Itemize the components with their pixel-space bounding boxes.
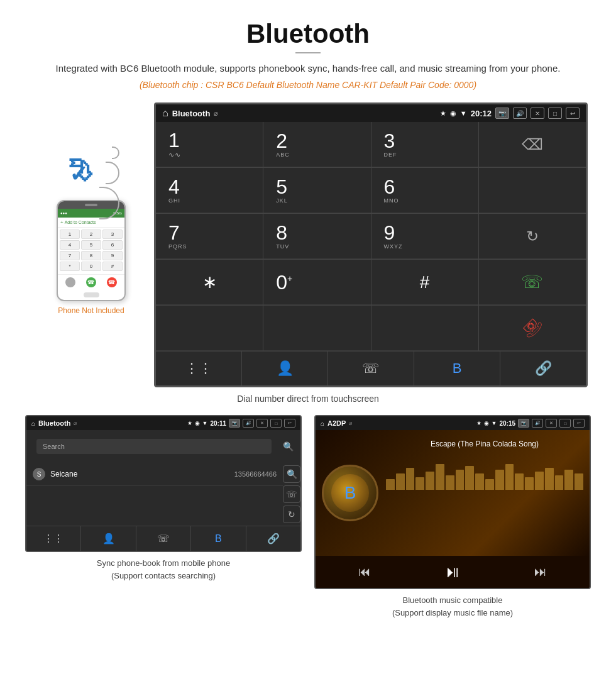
key-5[interactable]: 5 JKL (263, 168, 370, 213)
action-bluetooth-btn[interactable]: B (414, 351, 500, 385)
music-cam-btn[interactable]: 📷 (518, 419, 529, 428)
key-4[interactable]: 4 GHI (156, 168, 263, 213)
window-icon-btn[interactable]: □ (548, 108, 562, 119)
pb-home-icon[interactable]: ⌂ (31, 420, 35, 427)
pb-close-btn[interactable]: ✕ (256, 419, 268, 428)
contact-number: 13566664466 (234, 470, 277, 478)
phone-illustration-area: ✓ ⮷ ●●● MSG + Add to Contacts (28, 102, 154, 315)
home-icon[interactable]: ⌂ (162, 108, 168, 119)
phonebook-search-row: Search 🔍 (26, 430, 300, 463)
back-icon-btn[interactable]: ↩ (566, 108, 580, 119)
status-bar-right: ★ ◉ ▼ 20:12 📷 🔊 ✕ □ ↩ (440, 108, 580, 119)
music-screen-title: A2DP (327, 419, 346, 427)
phone-btn-end: ☎ (107, 277, 117, 287)
phone-dialpad-mini: 1 2 3 4 5 6 7 8 9 * 0 # (58, 228, 124, 274)
pb-win-btn[interactable]: □ (270, 419, 282, 428)
music-close-btn[interactable]: ✕ (546, 419, 557, 428)
screen-title: Bluetooth (172, 109, 211, 118)
pb-search-action[interactable]: 🔍 (283, 465, 300, 483)
key-7[interactable]: 7 PQRS (156, 214, 263, 259)
key-star[interactable]: ∗ (156, 260, 263, 305)
contact-letter-s: S (33, 468, 45, 480)
status-bar-left: ⌂ Bluetooth ⌀ (162, 108, 218, 119)
pb-action-bt[interactable]: B (191, 526, 246, 551)
contact-name: Seicane (50, 470, 234, 479)
dialpad-action-bar: ⋮⋮ 👤 ☏ B 🔗 (156, 351, 586, 385)
music-loc-icon: ◉ (484, 420, 489, 426)
music-prev-btn[interactable]: ⏮ (358, 565, 371, 579)
music-bt-icon: ★ (476, 420, 481, 426)
music-vol-btn[interactable]: 🔊 (532, 419, 543, 428)
key-call-green[interactable]: ☏ (479, 260, 586, 305)
music-controls: ⏮ ⏯ ⏭ (316, 556, 590, 588)
pb-action-link[interactable]: 🔗 (246, 526, 300, 551)
signal-icon: ▼ (460, 109, 467, 117)
phone-bottom-bar: ☎ ☎ (58, 274, 124, 290)
close-icon-btn[interactable]: ✕ (531, 108, 544, 119)
usb-icon: ⌀ (214, 109, 218, 118)
page-title: Bluetooth (0, 0, 616, 52)
dialpad-android-screen: ⌂ Bluetooth ⌀ ★ ◉ ▼ 20:12 📷 🔊 ✕ □ ↩ 1 ∿∿ (154, 102, 588, 387)
pb-vol-btn[interactable]: 🔊 (243, 419, 254, 428)
key-2[interactable]: 2 ABC (263, 122, 370, 167)
phonebook-spacer (26, 486, 283, 517)
action-phone-btn[interactable]: ☏ (328, 351, 414, 385)
key-9[interactable]: 9 WXYZ (371, 214, 478, 259)
key-6[interactable]: 6 MNO (371, 168, 478, 213)
volume-icon-btn[interactable]: 🔊 (513, 108, 527, 119)
signal-arcs (90, 147, 119, 222)
phonebook-search-icon[interactable]: 🔍 (280, 439, 295, 454)
music-android-screen: ⌂ A2DP ⌀ ★ ◉ ▼ 20:15 📷 🔊 ✕ □ ↩ (314, 415, 591, 589)
action-contacts-btn[interactable]: 👤 (242, 351, 328, 385)
title-divider (295, 52, 321, 53)
phonebook-caption: Sync phone-book from mobile phone (Suppo… (97, 557, 230, 582)
key-8[interactable]: 8 TUV (263, 214, 370, 259)
music-time: 20:15 (499, 420, 515, 427)
music-home-icon[interactable]: ⌂ (321, 420, 324, 427)
key-empty-r5c (371, 306, 478, 351)
bottom-screenshots-area: ⌂ Bluetooth ⌀ ★ ◉ ▼ 20:11 📷 🔊 ✕ □ ↩ Sear… (0, 415, 616, 619)
music-song-title: Escape (The Pina Colada Song) (386, 440, 583, 448)
key-3[interactable]: 3 DEF (371, 122, 478, 167)
contact-row-seicane[interactable]: S Seicane 13566664466 (26, 463, 283, 486)
music-win-btn[interactable]: □ (559, 419, 571, 428)
phonebook-list: S Seicane 13566664466 (26, 463, 283, 526)
album-art: B (322, 465, 378, 521)
music-next-btn[interactable]: ⏭ (534, 565, 547, 579)
key-reload[interactable]: ↻ (479, 214, 586, 259)
phone-btn-back (65, 277, 75, 287)
music-info: Escape (The Pina Colada Song) (386, 436, 583, 550)
phonebook-content: S Seicane 13566664466 🔍 ☏ ↻ (26, 463, 300, 526)
camera-icon-btn[interactable]: 📷 (495, 108, 509, 119)
pb-signal-icon: ▼ (202, 420, 208, 426)
status-time: 20:12 (471, 109, 492, 118)
pb-back-btn[interactable]: ↩ (284, 419, 295, 428)
key-backspace[interactable]: ⌫ (479, 122, 586, 167)
album-bt-icon: B (344, 483, 356, 503)
album-art-inner: B (331, 474, 369, 512)
pb-action-grid[interactable]: ⋮⋮ (26, 526, 81, 551)
pb-screen-title: Bluetooth (38, 419, 70, 427)
pb-action-contacts[interactable]: 👤 (81, 526, 136, 551)
music-signal-icon: ▼ (492, 420, 497, 426)
key-0[interactable]: 0+ (263, 260, 370, 305)
pb-reload-action[interactable]: ↻ (283, 506, 300, 523)
key-1[interactable]: 1 ∿∿ (156, 122, 263, 167)
music-usb-icon: ⌀ (349, 420, 352, 426)
music-back-btn[interactable]: ↩ (573, 419, 585, 428)
action-grid-btn[interactable]: ⋮⋮ (156, 351, 242, 385)
phonebook-android-screen: ⌂ Bluetooth ⌀ ★ ◉ ▼ 20:11 📷 🔊 ✕ □ ↩ Sear… (25, 415, 302, 552)
pb-cam-btn[interactable]: 📷 (229, 419, 240, 428)
music-play-pause-btn[interactable]: ⏯ (444, 562, 461, 582)
key-call-red[interactable]: ☏ (479, 306, 586, 351)
key-hash[interactable]: # (371, 260, 478, 305)
pb-bt-icon: ★ (187, 420, 192, 426)
phonebook-search-box[interactable]: Search (36, 439, 272, 454)
action-link-btn[interactable]: 🔗 (500, 351, 586, 385)
key-empty-r5a (156, 306, 263, 351)
pb-action-phone[interactable]: ☏ (136, 526, 191, 551)
pb-call-action[interactable]: ☏ (283, 485, 300, 503)
music-screen-block: ⌂ A2DP ⌀ ★ ◉ ▼ 20:15 📷 🔊 ✕ □ ↩ (314, 415, 591, 619)
pb-time: 20:11 (210, 420, 226, 427)
subtitle-text: Integrated with BC6 Bluetooth module, su… (0, 61, 616, 76)
